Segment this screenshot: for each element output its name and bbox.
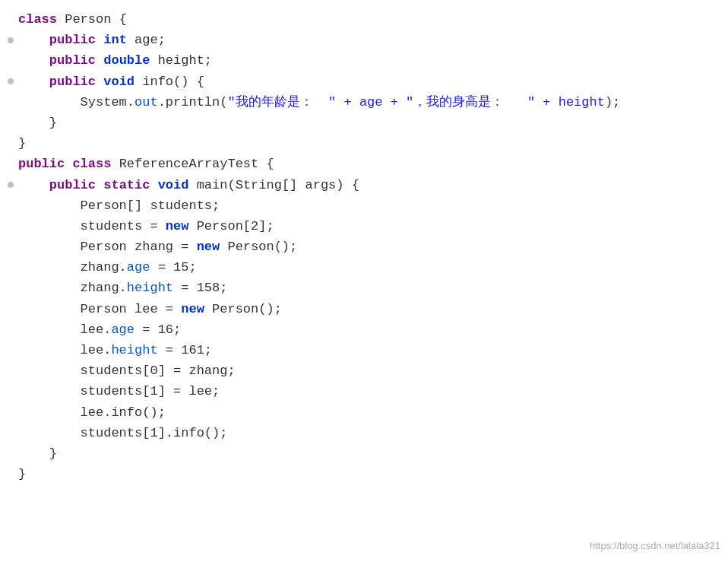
breakpoint-dot <box>8 37 14 43</box>
code-line-18: students[0] = zhang; <box>18 360 716 381</box>
code-line-3: public double height; <box>18 50 716 71</box>
code-line-14: zhang.height = 158; <box>18 278 716 298</box>
watermark: https://blog.csdn.net/lalala321 <box>590 538 720 554</box>
code-line-11: students = new Person[2]; <box>18 216 716 237</box>
code-line-8: public class ReferenceArrayTest { <box>18 154 716 174</box>
code-line-23: } <box>18 464 716 484</box>
code-line-5: System.out.println("我的年龄是： " + age + "，我… <box>18 92 716 113</box>
code-line-2: public int age; <box>18 30 716 50</box>
code-line-1: class Person { <box>18 9 716 30</box>
code-line-13: zhang.age = 15; <box>18 257 716 278</box>
code-line-21: students[1].info(); <box>18 423 716 443</box>
code-line-17: lee.height = 161; <box>18 340 716 360</box>
code-line-15: Person lee = new Person(); <box>18 299 716 319</box>
code-editor: class Person { public int age; public do… <box>0 0 728 562</box>
code-line-12: Person zhang = new Person(); <box>18 237 716 257</box>
code-line-20: lee.info(); <box>18 402 716 423</box>
breakpoint-dot-2 <box>8 78 14 84</box>
breakpoint-dot-3 <box>8 182 14 188</box>
code-line-9: public static void main(String[] args) { <box>18 175 716 195</box>
code-line-22: } <box>18 443 716 464</box>
code-line-19: students[1] = lee; <box>18 381 716 402</box>
code-line-6: } <box>18 113 716 133</box>
code-line-7: } <box>18 133 716 154</box>
keyword-class: class <box>18 9 57 30</box>
code-line-16: lee.age = 16; <box>18 319 716 340</box>
code-line-4: public void info() { <box>18 71 716 92</box>
code-line-10: Person[] students; <box>18 195 716 216</box>
